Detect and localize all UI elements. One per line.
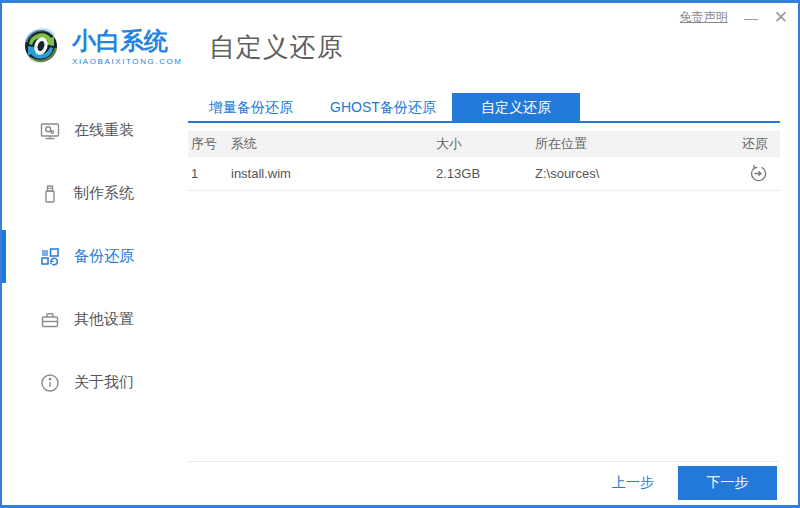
sidebar-item-backup-restore[interactable]: 备份还原 [2,225,188,288]
tab-bar: 增量备份还原 GHOST备份还原 自定义还原 [188,93,780,123]
cell-system: install.wim [231,166,436,181]
main-area: 在线重装 制作系统 [2,91,798,504]
disclaimer-link[interactable]: 免责声明 [680,9,728,26]
header: 小白系统 XIAOBAIXITONG.COM 自定义还原 [2,3,798,91]
cell-size: 2.13GB [436,166,535,181]
prev-step-button[interactable]: 上一步 [612,474,654,492]
info-icon [40,373,60,393]
app-window: 免责声明 — ✕ 小白系统 XIAOBAIXITONG.COM [0,0,800,508]
window-controls: 免责声明 — ✕ [680,9,788,26]
monitor-icon [40,121,60,141]
backup-table: 序号 系统 大小 所在位置 还原 1 install.wim 2.13GB Z:… [188,131,780,191]
col-header-location: 所在位置 [535,135,740,153]
sidebar-item-online-reinstall[interactable]: 在线重装 [2,99,188,162]
col-header-restore: 还原 [740,135,780,153]
sidebar-item-label: 制作系统 [74,184,134,203]
sidebar-item-about-us[interactable]: 关于我们 [2,351,188,414]
backup-grid-icon [40,247,60,267]
tab-custom-restore[interactable]: 自定义还原 [452,93,580,123]
minimize-icon[interactable]: — [744,11,758,25]
usb-drive-icon [40,184,60,204]
logo-text: 小白系统 XIAOBAIXITONG.COM [72,28,183,65]
cell-index: 1 [191,166,231,181]
close-icon[interactable]: ✕ [774,9,788,26]
sidebar: 在线重装 制作系统 [2,91,188,504]
sidebar-item-other-settings[interactable]: 其他设置 [2,288,188,351]
col-header-system: 系统 [231,135,436,153]
app-logo: 小白系统 XIAOBAIXITONG.COM [18,22,183,72]
footer-divider [188,461,779,462]
page-title: 自定义还原 [209,30,344,65]
sidebar-item-label: 备份还原 [74,247,134,266]
sidebar-item-label: 其他设置 [74,310,134,329]
col-header-index: 序号 [191,135,231,153]
table-row: 1 install.wim 2.13GB Z:\sources\ [188,157,780,191]
briefcase-icon [40,310,60,330]
footer: 上一步 下一步 [612,466,777,500]
sidebar-item-label: 关于我们 [74,373,134,392]
tab-incremental-backup-restore[interactable]: 增量备份还原 [188,93,314,123]
logo-title: 小白系统 [72,28,183,53]
restore-icon[interactable] [749,164,768,183]
logo-subtitle: XIAOBAIXITONG.COM [72,57,183,66]
content-area: 增量备份还原 GHOST备份还原 自定义还原 序号 系统 大小 所在位置 还原 … [188,91,798,504]
sidebar-item-make-system[interactable]: 制作系统 [2,162,188,225]
sidebar-item-label: 在线重装 [74,121,134,140]
tab-ghost-backup-restore[interactable]: GHOST备份还原 [314,93,452,123]
cell-location: Z:\sources\ [535,166,740,181]
logo-icon [18,22,64,72]
table-header-row: 序号 系统 大小 所在位置 还原 [188,131,780,157]
next-step-button[interactable]: 下一步 [678,466,777,500]
col-header-size: 大小 [436,135,535,153]
